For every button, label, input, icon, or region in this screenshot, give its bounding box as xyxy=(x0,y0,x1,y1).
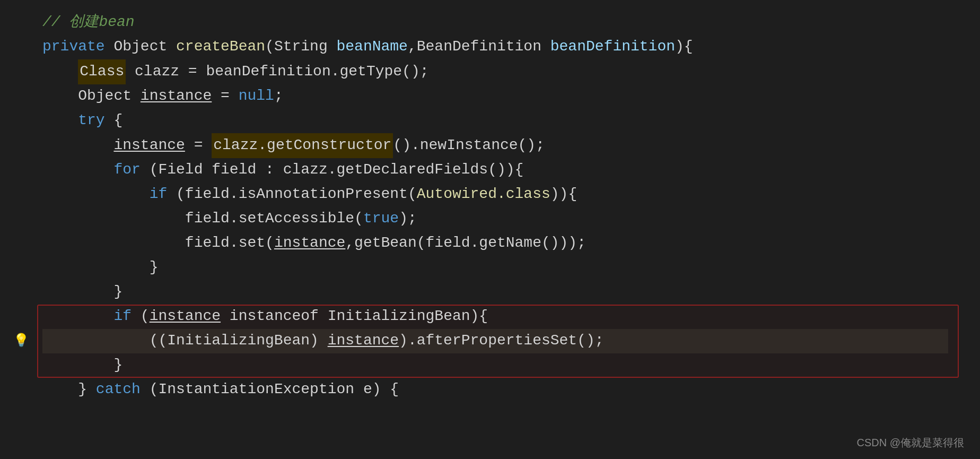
highlight-region: if (instance instanceof InitializingBean… xyxy=(42,305,948,378)
code-line-8: field.setAccessible(true); xyxy=(42,207,948,231)
code-editor: // 创建bean private Object createBean(Stri… xyxy=(0,0,980,413)
keyword-private: private xyxy=(42,35,113,59)
code-line-3: Object instance = null; xyxy=(42,84,948,109)
code-line-14: } xyxy=(42,353,948,378)
instance-ref-1: instance xyxy=(141,84,212,108)
getconstructor-highlight: clazz.getConstructor xyxy=(212,133,393,158)
instance-ref-2: instance xyxy=(113,134,185,158)
code-line-2: Class clazz = beanDefinition.getType(); xyxy=(42,59,948,84)
code-line-9: field.set(instance,getBean(field.getName… xyxy=(42,231,948,256)
instance-ref-3: instance xyxy=(274,231,345,255)
instance-ref-4: instance xyxy=(150,305,221,328)
code-line-15: } catch (InstantiationException e) { xyxy=(42,378,948,402)
code-line-12: if (instance instanceof InitializingBean… xyxy=(42,305,948,329)
code-line-10: } xyxy=(42,256,948,280)
code-line-13: 💡 ((InitializingBean) instance).afterPro… xyxy=(42,329,948,353)
code-line-6: for (Field field : clazz.getDeclaredFiel… xyxy=(42,158,948,183)
comment-line: // 创建bean xyxy=(42,11,948,35)
code-line-7: if (field.isAnnotationPresent(Autowired.… xyxy=(42,183,948,207)
watermark: CSDN @俺就是菜得很 xyxy=(856,434,964,451)
code-line-11: } xyxy=(42,280,948,305)
code-line-4: try { xyxy=(42,109,948,133)
code-line-5: instance = clazz.getConstructor().newIns… xyxy=(42,133,948,158)
code-line-1: private Object createBean(String beanNam… xyxy=(42,35,948,59)
method-createbean: createBean xyxy=(176,35,265,59)
bulb-icon: 💡 xyxy=(13,331,29,351)
comment-text: // 创建bean xyxy=(42,11,135,34)
class-highlight: Class xyxy=(78,59,126,84)
instance-ref-5: instance xyxy=(328,329,399,353)
